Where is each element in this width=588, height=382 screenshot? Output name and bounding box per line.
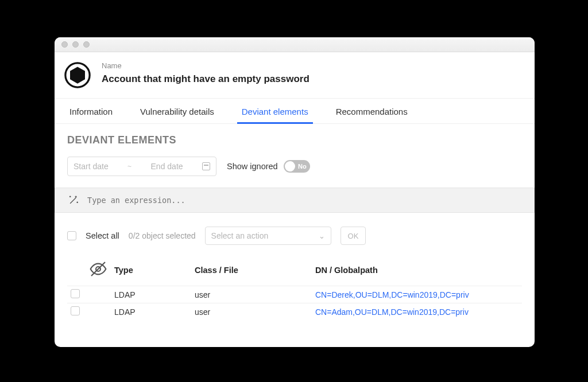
selection-count: 0/2 object selected — [129, 231, 196, 240]
cell-type: LDAP — [111, 303, 191, 321]
traffic-light-close[interactable] — [61, 41, 68, 48]
col-dn: DN / Globalpath — [312, 256, 522, 286]
svg-marker-1 — [70, 67, 85, 83]
section-title: DEVIANT ELEMENTS — [67, 134, 522, 146]
page-title: Account that might have an empty passwor… — [102, 73, 310, 85]
svg-line-2 — [70, 198, 76, 204]
deviant-elements-table: Type Class / File DN / Globalpath LDAP u… — [67, 256, 522, 320]
dn-link[interactable]: CN=Adam,OU=DLM,DC=win2019,DC=priv — [315, 307, 469, 317]
bulk-action-row: Select all 0/2 object selected Select an… — [67, 227, 522, 245]
app-window: Name Account that might have an empty pa… — [55, 37, 535, 347]
bulk-action-ok-button[interactable]: OK — [341, 227, 366, 245]
dn-link[interactable]: CN=Derek,OU=DLM,DC=win2019,DC=priv — [315, 290, 469, 299]
select-all-checkbox[interactable] — [67, 231, 76, 240]
expression-input[interactable] — [86, 195, 521, 205]
show-ignored-label: Show ignored — [227, 162, 278, 171]
traffic-light-zoom[interactable] — [83, 41, 90, 48]
name-label: Name — [102, 61, 310, 70]
col-type: Type — [111, 256, 191, 286]
tab-vulnerability-details[interactable]: Vulnerability details — [138, 99, 216, 123]
page-header: Name Account that might have an empty pa… — [55, 52, 535, 99]
date-range-picker[interactable]: Start date ~ End date — [67, 157, 216, 176]
show-ignored-toggle[interactable]: No — [284, 160, 310, 173]
chevron-down-icon: ⌄ — [319, 232, 325, 240]
tab-information[interactable]: Information — [67, 99, 115, 123]
eye-off-icon — [89, 271, 107, 280]
row-checkbox[interactable] — [71, 289, 80, 298]
window-titlebar — [55, 37, 535, 52]
tab-bar: Information Vulnerability details Devian… — [55, 99, 535, 124]
traffic-light-minimize[interactable] — [72, 41, 79, 48]
select-all-label: Select all — [86, 231, 119, 240]
table-row: LDAP user CN=Adam,OU=DLM,DC=win2019,DC=p… — [67, 303, 522, 321]
show-ignored-control: Show ignored No — [227, 160, 310, 173]
tab-recommendations[interactable]: Recommendations — [334, 99, 410, 123]
entity-hexagon-icon — [63, 60, 92, 90]
expression-bar — [55, 188, 535, 213]
table-row: LDAP user CN=Derek,OU=DLM,DC=win2019,DC=… — [67, 286, 522, 303]
date-range-separator-icon: ~ — [127, 162, 131, 170]
row-checkbox[interactable] — [71, 306, 80, 315]
bulk-action-select[interactable]: Select an action ⌄ — [205, 227, 331, 245]
cell-class: user — [191, 286, 312, 303]
filter-row: Start date ~ End date Show ignored No — [67, 157, 522, 176]
end-date-placeholder: End date — [151, 162, 183, 171]
tab-deviant-elements[interactable]: Deviant elements — [239, 99, 311, 123]
start-date-placeholder: Start date — [74, 162, 109, 171]
bulk-action-placeholder: Select an action — [211, 231, 269, 240]
cell-type: LDAP — [111, 286, 191, 303]
magic-wand-icon[interactable] — [68, 194, 79, 206]
col-class: Class / File — [191, 256, 312, 286]
cell-class: user — [191, 303, 312, 321]
toggle-state-text: No — [298, 163, 307, 170]
calendar-icon — [202, 162, 210, 170]
